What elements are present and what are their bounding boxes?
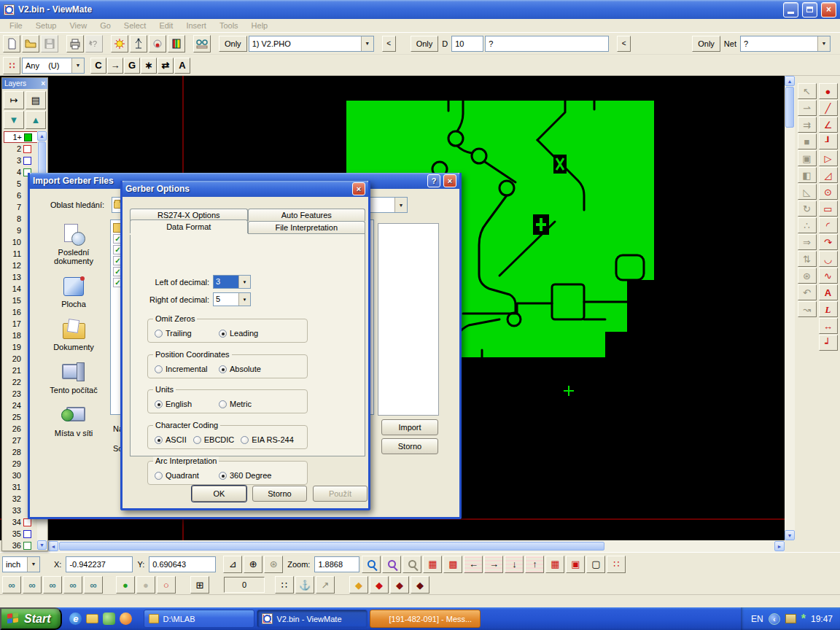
tab-auto-features[interactable]: Auto Features [248,209,366,221]
layer-color-swatch[interactable] [24,133,32,141]
dialog-close-button[interactable]: × [352,182,365,195]
chevron-down-icon[interactable]: ▼ [71,58,84,73]
radio-leading[interactable]: Leading [219,329,283,338]
dialog-help-button[interactable]: ? [427,174,440,187]
chevron-down-icon[interactable]: ▼ [238,293,250,306]
dcode-c-button[interactable]: C [90,58,106,74]
y-coordinate-field[interactable]: 0.690643 [149,556,216,572]
place-documents[interactable]: Dokumenty [39,319,109,351]
radio-absolute[interactable]: Absolute [219,365,283,373]
layer-row[interactable]: 2 [4,143,38,155]
dcode-query-input[interactable]: ? [485,36,609,52]
task-button[interactable]: D:\MLAB [144,610,254,628]
menu-go[interactable]: Go [93,20,117,31]
dcode-g-button[interactable]: G [124,58,140,74]
tray-icq-icon[interactable]: * [801,614,806,624]
reconnect-tool[interactable]: ↝ [798,301,817,317]
add-sketch-tool[interactable]: ∿ [819,268,838,284]
pan-right-icon[interactable]: → [484,556,503,573]
fill-area-tool[interactable]: ▣ [798,150,817,166]
radio-button[interactable] [155,365,163,373]
layers-panel-titlebar[interactable]: Layers × [2,78,47,89]
restore-button[interactable] [802,2,817,18]
place-computer[interactable]: Tento počítač [39,362,109,394]
menu-tools[interactable]: Tools [213,20,245,31]
tray-notes-icon[interactable] [785,614,796,623]
storno-button[interactable]: Storno [381,438,438,454]
move-points-icon[interactable]: ↗ [316,576,335,594]
language-indicator[interactable]: EN [751,614,763,624]
prev-dcode-button[interactable]: < [617,36,631,52]
zoom-in-icon[interactable] [362,556,381,573]
radio-eia-rs-244[interactable]: EIA RS-244 [241,435,293,444]
radio-360-degree[interactable]: 360 Degree [219,471,283,480]
angle-measure-icon[interactable]: ⊿ [223,556,242,573]
dcode-filter-select[interactable]: Any (U) ▼ [22,58,85,74]
swap-tool[interactable]: ⇅ [798,251,817,267]
tab-file-interpretation[interactable]: File Interpretation [248,221,366,233]
grid-merge-icon[interactable]: ▣ [566,556,585,573]
only-dcode-button[interactable]: Only [411,36,439,52]
dcode-draw-button[interactable]: → [107,58,123,74]
scroll-left-button[interactable]: ◄ [48,541,58,551]
zoom-grid-icon[interactable] [382,556,401,573]
dcode-input[interactable]: 10 [451,36,483,52]
view-all-icon[interactable]: ∞ [84,576,103,594]
task-button[interactable]: [191-482-091] - Mess... [370,610,481,628]
task-button[interactable]: V2.bin - ViewMate [257,610,368,628]
pad-square-icon[interactable]: ◆ [411,576,429,594]
prev-layer-button[interactable]: < [382,36,396,52]
add-corner-tool[interactable]: ┚ [819,133,838,149]
rotate-tool[interactable]: ↻ [798,201,817,217]
start-button[interactable]: Start [0,607,62,630]
add-rect-tool[interactable]: ▭ [819,201,838,217]
layer-color-swatch[interactable] [23,518,31,526]
highlight-outline-icon[interactable]: ○ [157,576,176,594]
origin-icon[interactable]: ⊕ [244,556,262,573]
snap-mode-button[interactable] [149,35,166,52]
radio-english[interactable]: English [155,400,219,408]
only-layer-button[interactable]: Only [219,36,247,52]
grid-small-icon[interactable]: ▦ [545,556,564,573]
layer-row[interactable]: 36 [4,540,38,551]
firefox-icon[interactable] [120,612,132,625]
layer-color-swatch[interactable] [23,145,31,153]
unit-select[interactable]: inch ▼ [2,556,40,572]
add-arc-ccw-tool[interactable]: ◡ [819,251,838,267]
radio-button[interactable] [219,365,227,373]
add-elbow-tool[interactable]: ┙ [819,335,838,351]
gerber-dialog-titlebar[interactable]: Gerber Options × [122,181,368,197]
layer-down-button[interactable]: ▼ [4,111,24,129]
tray-expand-icon[interactable]: ‹ [769,613,780,625]
radio-button[interactable] [219,330,227,338]
save-file-button[interactable] [41,35,58,52]
dot-grid-icon[interactable]: ∷ [275,576,294,594]
inspect-glasses-button[interactable] [193,35,211,52]
apply-button[interactable]: Použít [313,486,368,502]
pan-left-icon[interactable]: ← [464,556,483,573]
layer-select[interactable]: 1) V2.PHO ▼ [249,36,374,52]
pan-up-icon[interactable]: ↑ [525,556,544,573]
place-desktop[interactable]: Plocha [39,276,109,308]
add-pad-tool[interactable]: ● [819,83,838,99]
layers-dock-button[interactable]: ↦ [4,91,24,109]
shear-tool[interactable]: ◺ [798,184,817,200]
dcode-a-button[interactable]: A [174,58,190,74]
chevron-down-icon[interactable]: ▼ [238,276,250,288]
new-file-button[interactable] [3,35,20,52]
radio-button[interactable] [219,400,227,408]
radio-button[interactable] [155,400,163,408]
layer-colors-button[interactable] [168,35,185,52]
add-text-tool[interactable]: A [819,284,838,300]
only-net-button[interactable]: Only [692,36,720,52]
x-coordinate-field[interactable]: -0.942237 [66,556,133,572]
canvas-vscrollbar[interactable]: ▲ ▼ [785,76,795,540]
chevron-down-icon[interactable]: ▼ [817,36,830,51]
radio-button[interactable] [155,330,163,338]
view-dcodes-icon[interactable]: ∞ [2,576,21,594]
stretch-window-icon[interactable]: ▢ [586,556,605,573]
copy-multi-tool[interactable]: ⇉ [798,117,817,133]
hscroll-thumb[interactable] [59,542,604,551]
chevron-down-icon[interactable]: ▼ [394,198,407,212]
view-lines-icon[interactable]: ∞ [23,576,42,594]
